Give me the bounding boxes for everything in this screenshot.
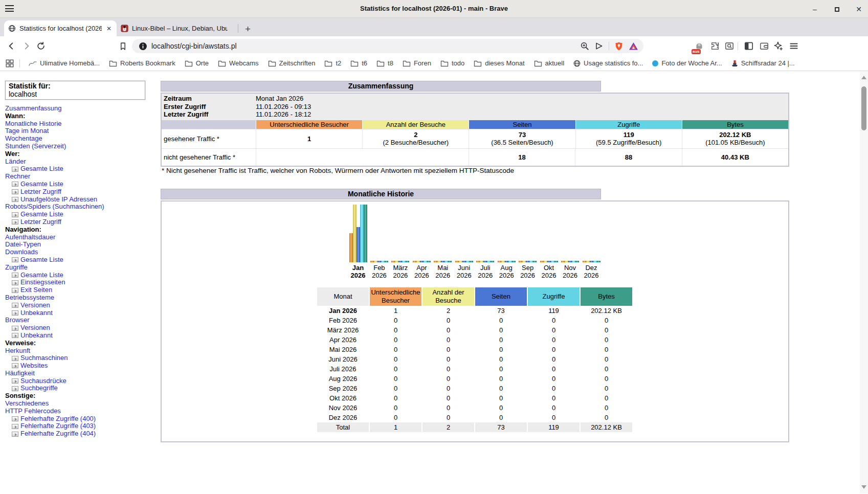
tab-statistics[interactable]: Statistics for localhost (2026-0 ✕: [4, 20, 117, 36]
sidebar-sub-link[interactable]: Suchbegriffe: [20, 385, 58, 392]
bookmark-item[interactable]: Foren: [398, 57, 436, 70]
bookmark-item[interactable]: Roberts Bookmark: [104, 57, 180, 70]
sidebar-link[interactable]: Wochentage: [5, 135, 157, 143]
bookmark-item[interactable]: todo: [436, 57, 469, 70]
scroll-up-icon[interactable]: [861, 76, 866, 79]
sidebar-sub-link[interactable]: Gesamte Liste: [20, 165, 63, 173]
forward-button[interactable]: [20, 40, 33, 52]
value-cell: 0: [581, 384, 632, 393]
bookmark-item[interactable]: t6: [346, 57, 372, 70]
url-bar[interactable]: localhost/cgi-bin/awstats.pl: [132, 39, 643, 53]
chart-bar-visits: [544, 261, 547, 262]
tab-linux-bibel[interactable]: Linux-Bibel – Linux, Debian, Ubunt: [117, 20, 235, 36]
sidebar-sub-link[interactable]: Unbekannt: [20, 332, 53, 340]
tab-close-icon[interactable]: ✕: [105, 25, 113, 32]
scroll-down-icon[interactable]: [861, 485, 866, 489]
extension-puzzle-icon[interactable]: [709, 40, 721, 52]
sidebar-link[interactable]: Verschiedenes: [5, 400, 157, 408]
bookmark-item[interactable]: Schiffsradar 24 |...: [727, 57, 799, 70]
sidebar-sub-link[interactable]: Suchmaschinen: [20, 354, 68, 362]
sidebar-link[interactable]: Monatliche Historie: [5, 120, 157, 128]
sidebar-sub-link[interactable]: Gesamte Liste: [20, 181, 63, 188]
sidebar-sub-link[interactable]: Gesamte Liste: [20, 211, 63, 218]
sidebar-link[interactable]: Betriebssysteme: [5, 294, 157, 302]
summary-info-label: Letzter Zugriff: [162, 110, 256, 119]
bookmark-item[interactable]: Webcams: [213, 57, 263, 70]
value-cell: 0: [475, 345, 527, 354]
close-button[interactable]: ✕: [855, 6, 863, 13]
sidebar-link[interactable]: Robots/Spiders (Suchmaschinen): [5, 203, 157, 211]
wallet-icon[interactable]: [758, 40, 770, 52]
monthly-table-row: Mai 202600000: [317, 345, 632, 354]
sidebar-sub-link[interactable]: Letzter Zugriff: [20, 218, 61, 226]
new-tab-button[interactable]: +: [245, 24, 251, 34]
back-button[interactable]: [5, 40, 17, 52]
sidebar-link[interactable]: Länder: [5, 158, 157, 166]
bookmark-flag-icon[interactable]: [117, 40, 129, 52]
sidebar-sub-link[interactable]: Fehlerhafte Zugriffe (400): [20, 415, 96, 423]
sidebar-sub-link[interactable]: Gesamte Liste: [20, 272, 63, 279]
extension-aus-icon[interactable]: aus: [693, 40, 705, 52]
apps-grid-icon[interactable]: [5, 59, 14, 68]
sidebar-link[interactable]: HTTP Fehlercodes: [5, 408, 157, 415]
sidebar-sub-link[interactable]: Unbekannt: [20, 309, 53, 317]
sidebar-link[interactable]: Aufenthaltsdauer: [5, 234, 157, 241]
sidebar-link[interactable]: Zusammenfassung: [5, 105, 157, 113]
bookmark-item[interactable]: t2: [320, 57, 346, 70]
scrollbar-thumb[interactable]: [861, 86, 866, 130]
sidebar-link[interactable]: Downloads: [5, 249, 157, 256]
vertical-scrollbar[interactable]: [860, 71, 868, 493]
sidebar-sub-link[interactable]: Exit Seiten: [20, 286, 52, 294]
brave-rewards-icon[interactable]: [629, 42, 638, 51]
sidebar-sub-link[interactable]: Fehlerhafte Zugriffe (403): [20, 422, 96, 430]
site-info-icon[interactable]: [136, 42, 149, 51]
chart-bar-hits: [551, 261, 554, 262]
list-bullet-icon: [12, 386, 18, 391]
brave-shield-icon[interactable]: [614, 41, 624, 51]
sidebar-sub-link[interactable]: Letzter Zugriff: [20, 188, 61, 196]
sidebar-sub-link[interactable]: Websites: [20, 362, 48, 370]
bookmark-item[interactable]: Orte: [180, 57, 213, 70]
sidebar-link[interactable]: Häufigkeit: [5, 370, 157, 377]
month-cell: Sep 2026: [317, 384, 369, 393]
leo-sparkle-icon[interactable]: [772, 40, 785, 52]
bookmark-item[interactable]: Zeitschriften: [263, 57, 320, 70]
reload-button[interactable]: [35, 40, 47, 52]
sidebar-sub-link[interactable]: Suchausdrücke: [20, 377, 66, 385]
bookmark-item[interactable]: t8: [372, 57, 398, 70]
sidebar-sub-link[interactable]: Versionen: [20, 324, 50, 332]
sidebar-toggle-icon[interactable]: [743, 40, 755, 52]
sidebar-link[interactable]: Herkunft: [5, 347, 157, 355]
sidebar-link[interactable]: Tage im Monat: [5, 127, 157, 135]
bookmark-item[interactable]: aktuell: [529, 57, 569, 70]
sidebar-link[interactable]: Stunden (Serverzeit): [5, 143, 157, 150]
sidebar-link[interactable]: Datei-Typen: [5, 241, 157, 249]
bookmark-item[interactable]: Usage statistics fo...: [569, 57, 648, 70]
sidebar-sub-item: Gesamte Liste: [5, 272, 157, 279]
sidebar-sub-link[interactable]: Fehlerhafte Zugriffe (404): [20, 430, 96, 438]
value-cell: 0: [422, 364, 474, 374]
sidebar-link[interactable]: Rechner: [5, 173, 157, 181]
send-page-icon[interactable]: [594, 41, 604, 51]
month-cell: Apr 2026: [317, 335, 369, 345]
window-menu-icon[interactable]: [5, 5, 14, 12]
zoom-icon[interactable]: [580, 41, 589, 51]
sidebar-sub-link[interactable]: Gesamte Liste: [20, 256, 63, 264]
bookmark-item[interactable]: dieses Monat: [469, 57, 529, 70]
sidebar-sub-link[interactable]: Versionen: [20, 302, 50, 309]
summary-info-label: Erster Zugriff: [162, 103, 256, 111]
maximize-button[interactable]: [833, 6, 841, 13]
chart-bar-pages: [398, 261, 402, 262]
sidebar-sub-link[interactable]: Einstiegsseiten: [20, 279, 65, 286]
sidebar-link[interactable]: Zugriffe: [5, 264, 157, 272]
minimize-button[interactable]: –: [811, 6, 819, 13]
bookmark-item[interactable]: Foto der Woche Ar...: [648, 57, 726, 70]
sidebar-link[interactable]: Browser: [5, 317, 157, 324]
bookmark-item[interactable]: Ulimative Homebä...: [24, 57, 104, 70]
browser-menu-icon[interactable]: [788, 40, 800, 52]
sidebar-sub-link[interactable]: Unaufgelöste IP Adressen: [20, 196, 97, 204]
url-text[interactable]: localhost/cgi-bin/awstats.pl: [151, 42, 580, 50]
folder-icon: [440, 60, 449, 67]
extension-screenshot-icon[interactable]: [723, 40, 736, 52]
summary-title: Zusammenfassung: [161, 81, 601, 92]
